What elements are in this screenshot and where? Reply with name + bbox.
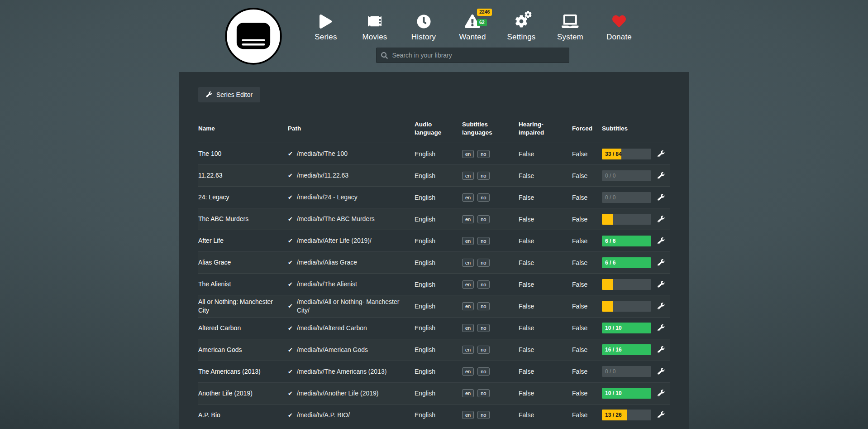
series-name[interactable]: Another Life (2019)	[198, 389, 288, 398]
wrench-icon[interactable]	[658, 172, 665, 179]
nav-series[interactable]: Series	[301, 13, 350, 42]
wrench-icon[interactable]	[658, 281, 665, 288]
table-row: After Life ✔ /media/tv/After Life (2019)…	[198, 230, 670, 252]
subtitles-cell: 33 / 84	[602, 149, 653, 159]
language-badge: no	[477, 346, 489, 354]
audio-language: English	[415, 194, 462, 201]
language-badge: en	[462, 237, 474, 245]
bazarr-logo-icon	[224, 7, 282, 65]
header-forced: Forced	[572, 125, 602, 133]
check-icon: ✔	[288, 280, 293, 289]
audio-language: English	[415, 237, 462, 245]
nav-movies[interactable]: Movies	[350, 13, 399, 42]
language-badge: no	[477, 280, 489, 289]
table-row: American Gods ✔ /media/tv/American Gods …	[198, 339, 670, 361]
forced-value: False	[572, 194, 602, 201]
wrench-icon[interactable]	[658, 390, 665, 397]
table-row: 24: Legacy ✔ /media/tv/24 - Legacy Engli…	[198, 187, 670, 208]
wrench-icon[interactable]	[658, 150, 665, 158]
wrench-icon[interactable]	[658, 194, 665, 201]
series-name[interactable]: American Gods	[198, 346, 288, 354]
app-logo[interactable]	[224, 7, 282, 65]
header-subtitles-languages: Subtitles languages	[462, 121, 519, 136]
series-name[interactable]: A.P. Bio	[198, 411, 288, 419]
subtitles-progress-label: 0 / 0	[605, 173, 615, 179]
wrench-icon[interactable]	[658, 216, 665, 223]
nav-donate[interactable]: Donate	[595, 13, 644, 42]
series-path-cell: ✔ /media/tv/A.P. BIO/	[288, 411, 415, 419]
series-name[interactable]: The Americans (2013)	[198, 367, 288, 376]
series-name[interactable]: All or Nothing: Manchester City	[198, 298, 288, 315]
series-editor-button[interactable]: Series Editor	[198, 87, 260, 102]
table-row: Altered Carbon ✔ /media/tv/Altered Carbo…	[198, 318, 670, 339]
series-path-cell: ✔ /media/tv/The Alienist	[288, 280, 415, 289]
series-path: /media/tv/The 100	[297, 149, 348, 158]
language-badge: no	[477, 302, 489, 310]
nav-settings[interactable]: Settings	[497, 13, 546, 42]
series-name[interactable]: 11.22.63	[198, 171, 288, 180]
series-name[interactable]: The ABC Murders	[198, 215, 288, 223]
series-editor-label: Series Editor	[216, 91, 253, 98]
nav-label: Donate	[606, 33, 632, 42]
wrench-icon[interactable]	[658, 237, 665, 245]
series-name[interactable]: Alias Grace	[198, 258, 288, 267]
nav-wanted[interactable]: 2246 62 Wanted	[448, 13, 497, 42]
subtitles-languages: enno	[462, 389, 519, 397]
nav-history[interactable]: History	[399, 13, 448, 42]
series-name[interactable]: Altered Carbon	[198, 324, 288, 333]
series-path: /media/tv/All or Nothing- Manchester Cit…	[297, 298, 406, 315]
search-icon	[381, 52, 388, 59]
check-icon: ✔	[288, 411, 293, 419]
subtitles-progress: 13 / 26	[602, 410, 651, 420]
gears-icon	[515, 13, 528, 29]
subtitles-progress: 6 / 6	[602, 257, 651, 268]
wrench-icon[interactable]	[658, 411, 665, 419]
series-path-cell: ✔ /media/tv/American Gods	[288, 346, 415, 354]
table-row: A.P. Bio ✔ /media/tv/A.P. BIO/ English e…	[198, 405, 670, 426]
language-badge: en	[462, 193, 474, 202]
hearing-impaired-value: False	[519, 150, 572, 158]
wrench-icon[interactable]	[658, 303, 665, 310]
subtitles-cell: 13 / 26	[602, 410, 653, 420]
series-path-cell: ✔ /media/tv/11.22.63	[288, 171, 415, 180]
subtitles-progress-label: 10 / 10	[605, 390, 622, 396]
wrench-icon[interactable]	[658, 259, 665, 266]
table-body: The 100 ✔ /media/tv/The 100 English enno…	[198, 143, 670, 426]
wrench-icon[interactable]	[658, 346, 665, 353]
forced-value: False	[572, 172, 602, 179]
search-input[interactable]	[391, 51, 564, 59]
subtitles-cell: 10 / 10	[602, 388, 653, 399]
wrench-icon[interactable]	[658, 368, 665, 375]
audio-language: English	[415, 216, 462, 223]
check-icon: ✔	[288, 237, 293, 245]
table-header: Name Path Audio language Subtitles langu…	[198, 117, 670, 143]
series-name[interactable]: 24: Legacy	[198, 193, 288, 202]
subtitles-languages: enno	[462, 259, 519, 267]
series-name[interactable]: The 100	[198, 149, 288, 158]
subtitles-cell	[602, 214, 653, 225]
clock-icon	[417, 13, 431, 29]
header-subtitles: Subtitles	[602, 125, 653, 133]
subtitles-progress: 0 / 0	[602, 192, 651, 203]
header-path: Path	[288, 125, 415, 133]
subtitles-cell: 0 / 0	[602, 192, 653, 203]
series-name[interactable]: After Life	[198, 236, 288, 245]
series-path: /media/tv/A.P. BIO/	[297, 411, 350, 419]
wrench-icon[interactable]	[658, 324, 665, 332]
hearing-impaired-value: False	[519, 324, 572, 332]
hearing-impaired-value: False	[519, 346, 572, 353]
subtitles-progress: 0 / 0	[602, 366, 651, 377]
check-icon: ✔	[288, 172, 293, 180]
forced-value: False	[572, 281, 602, 288]
series-path-cell: ✔ /media/tv/All or Nothing- Manchester C…	[288, 298, 415, 315]
subtitles-cell: 0 / 0	[602, 366, 653, 377]
series-path-cell: ✔ /media/tv/24 - Legacy	[288, 193, 415, 202]
series-path-cell: ✔ /media/tv/Another Life (2019)	[288, 389, 415, 398]
series-path-cell: ✔ /media/tv/The Americans (2013)	[288, 367, 415, 376]
subtitles-languages: enno	[462, 193, 519, 202]
subtitles-cell: 6 / 6	[602, 257, 653, 268]
language-badge: no	[477, 367, 489, 376]
series-name[interactable]: The Alienist	[198, 280, 288, 289]
nav-system[interactable]: System	[546, 13, 595, 42]
check-icon: ✔	[288, 302, 293, 310]
